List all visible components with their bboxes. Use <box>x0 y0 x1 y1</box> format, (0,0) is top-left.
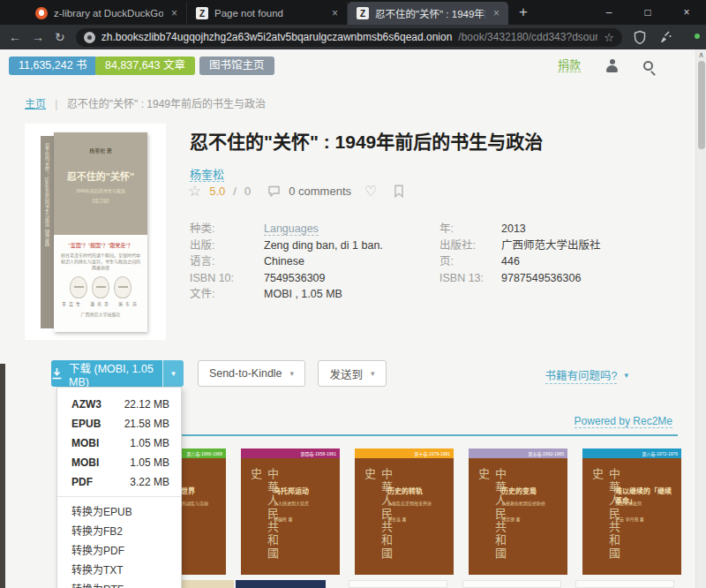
url-domain: zh.bookszlibb74ugqojhzhg2a63w5i2atv5bqar… <box>101 31 453 43</box>
chevron-down-icon: ▾ <box>290 369 295 378</box>
badge-library-home[interactable]: 图书馆主页 <box>199 57 274 75</box>
new-tab-button[interactable]: + <box>519 4 528 21</box>
maximize-button[interactable]: □ <box>628 6 667 19</box>
convert-option[interactable]: 转换为RTF <box>57 580 181 588</box>
url-path: /book/3432180/cdd343?dsource=recom <box>458 31 597 43</box>
comments-link[interactable]: 0 comments <box>289 185 351 198</box>
recommended-book-cover[interactable]: 第五卷·1962-1965 中華人民共和國史 历史的变局 从挽救危机到反修防修 … <box>469 449 567 575</box>
rating-value: 5.0 <box>209 185 225 198</box>
browser-toolbar: ← → ↻ zh.bookszlibb74ugqojhzhg2a63w5i2at… <box>0 25 706 49</box>
bookmark-star-icon[interactable]: ☆ <box>604 31 614 44</box>
forward-icon[interactable]: → <box>32 31 44 43</box>
tab-close-icon[interactable]: × <box>169 7 179 19</box>
left-edge-strip <box>0 364 5 588</box>
download-options-toggle[interactable]: ▾ <box>162 360 184 387</box>
download-button[interactable]: 下载 (MOBI, 1.05 MB) <box>51 360 162 387</box>
convert-option[interactable]: 转换为PDF <box>57 541 181 561</box>
duckduckgo-icon <box>35 7 48 19</box>
recommended-book-cover-partial[interactable] <box>179 580 234 588</box>
bookmark-icon[interactable] <box>394 185 404 198</box>
recommended-book-cover[interactable]: 第四卷·1958-1961 中華人民共和國史 乌托邦运动 从大跃进到大饥荒 林蕴… <box>241 449 340 575</box>
detail-row: 出版社:广西师范大学出版社 <box>439 237 669 254</box>
page-title: 忍不住的"关怀" : 1949年前后的书生与政治 <box>190 127 688 154</box>
detail-row: ISBN 10:7549536309 <box>190 270 432 287</box>
rating-divider: / <box>233 185 237 198</box>
detail-row: 出版:Zeng ding ban, di 1 ban. <box>190 237 432 254</box>
recommended-book-cover[interactable]: 第十卷·1979-1981 中華人民共和國史 历史的转轨 从拨乱反正到改革开放 … <box>355 449 454 575</box>
clear-data-broom-icon[interactable] <box>657 30 672 44</box>
format-option[interactable]: PDF3.22 MB <box>57 472 181 492</box>
recommended-book-cover-partial[interactable] <box>236 580 326 588</box>
recommended-book-cover[interactable]: 第八卷·1972-1976 中華人民共和國史 难以继续的「继续革命」 从批林到批… <box>582 449 681 575</box>
zlibrary-icon: Z <box>196 7 208 19</box>
cover-edition: 【增订版】 <box>54 197 147 203</box>
book-spine: 忍不住的"关怀"：1949年前后的书生与政治【增订版】 <box>41 136 54 328</box>
profile-icon[interactable] <box>605 59 619 72</box>
detail-row: 页:446 <box>439 253 669 270</box>
portrait-sketch <box>70 276 87 298</box>
download-icon <box>51 367 63 380</box>
send-to-button[interactable]: 发送到 ▾ <box>318 360 387 387</box>
report-book-problem-link[interactable]: 书籍有问题吗? ▾ <box>545 366 628 384</box>
detail-row: 语言:Chinese <box>190 253 432 270</box>
cover-publisher: 广西师范大学出版社 <box>54 311 147 317</box>
details-column-left: 种类:Languages 出版:Zeng ding ban, di 1 ban.… <box>190 221 432 303</box>
tab-book-page-active[interactable]: Z 忍不住的"关怀" : 1949年前后的 × <box>348 2 508 25</box>
format-option[interactable]: EPUB21.58 MB <box>57 414 181 433</box>
tab-duckduckgo[interactable]: z-library at DuckDuckGo × <box>26 2 187 25</box>
format-option[interactable]: AZW322.12 MB <box>57 395 181 414</box>
categories-link[interactable]: Languages <box>264 222 319 236</box>
rating-star-icon[interactable]: ☆ <box>188 182 201 200</box>
zlibrary-icon: Z <box>357 7 369 19</box>
convert-option[interactable]: 转换为EPUB <box>57 502 181 522</box>
powered-by-link[interactable]: Powered by Rec2Me <box>575 415 672 428</box>
url-bar[interactable]: zh.bookszlibb74ugqojhzhg2a63w5i2atv5bqar… <box>76 28 622 47</box>
format-option[interactable]: MOBI1.05 MB <box>57 453 181 472</box>
rating-count: 0 <box>244 185 251 198</box>
detail-row: 年:2013 <box>439 221 669 237</box>
portrait-sketch <box>114 276 131 298</box>
site-icon[interactable] <box>84 32 95 43</box>
cover-title: 忍不住的"关怀" <box>54 169 147 183</box>
donate-link[interactable]: 捐款 <box>558 58 581 72</box>
convert-option[interactable]: 转换为FB2 <box>57 522 181 541</box>
close-button[interactable]: × <box>667 6 706 19</box>
tab-close-icon[interactable]: × <box>330 7 340 19</box>
tab-title: 忍不住的"关怀" : 1949年前后的 <box>375 6 485 20</box>
breadcrumb-home-link[interactable]: 主页 <box>25 98 46 110</box>
breadcrumb-current: 忍不住的"关怀" : 1949年前后的书生与政治 <box>67 98 266 110</box>
badge-books-count[interactable]: 11,635,242 书 <box>9 57 97 75</box>
cover-author-line: 杨奎松 著 <box>54 147 147 155</box>
breadcrumb-separator: | <box>55 98 57 110</box>
minimize-button[interactable]: – <box>590 6 628 19</box>
tab-page-not-found[interactable]: Z Page not found × <box>187 2 348 25</box>
shield-icon[interactable] <box>633 30 647 45</box>
cover-tagline: "爱国"？"报国"？"跟党走"？ <box>54 241 147 249</box>
reload-icon[interactable]: ↻ <box>55 31 65 43</box>
recommended-book-cover-partial[interactable] <box>462 580 561 588</box>
window-controls: – □ × <box>590 0 706 25</box>
badge-articles-count[interactable]: 84,837,643 文章 <box>95 57 195 75</box>
recommended-book-cover-partial[interactable] <box>575 580 674 588</box>
section-divider <box>141 434 678 436</box>
comments-bubble-icon[interactable] <box>267 185 281 197</box>
cover-portraits <box>54 276 147 298</box>
download-split-button: 下载 (MOBI, 1.05 MB) ▾ <box>51 360 184 387</box>
format-option[interactable]: MOBI1.05 MB <box>57 433 181 453</box>
tab-close-icon[interactable]: × <box>492 7 501 19</box>
scroll-up-arrow-icon[interactable]: ∧ <box>696 49 706 60</box>
back-icon[interactable]: ← <box>9 31 21 43</box>
breadcrumb: 主页 | 忍不住的"关怀" : 1949年前后的书生与政治 <box>25 95 266 110</box>
browser-tab-bar: z-library at DuckDuckGo × Z Page not fou… <box>0 0 706 25</box>
send-to-kindle-button[interactable]: Send-to-Kindle ▾ <box>198 360 305 387</box>
search-icon[interactable] <box>643 61 653 71</box>
scrollbar-thumb[interactable] <box>698 61 705 149</box>
recommended-book-cover-partial[interactable] <box>349 580 447 588</box>
detail-row: 文件:MOBI , 1.05 MB <box>190 286 432 303</box>
favorite-heart-icon[interactable]: ♡ <box>364 183 377 200</box>
convert-option[interactable]: 转换为TXT <box>57 561 181 580</box>
header-actions: 捐款 <box>558 58 678 72</box>
page-scrollbar[interactable]: ∧ <box>695 49 706 588</box>
chevron-down-icon: ▾ <box>624 371 628 380</box>
author-link[interactable]: 杨奎松 <box>190 168 224 182</box>
